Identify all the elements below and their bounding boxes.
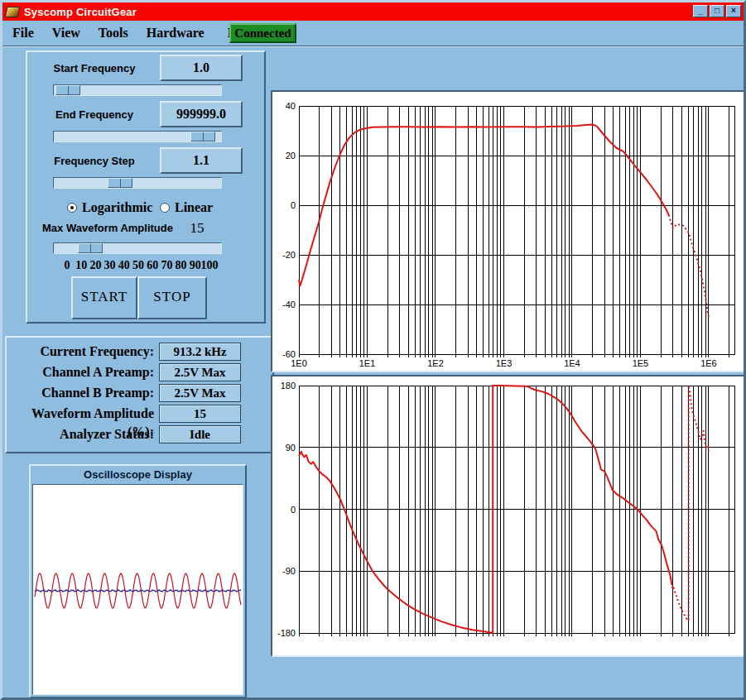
end-frequency-slider-handle[interactable] bbox=[190, 132, 215, 141]
status-label: Channel B Preamp: bbox=[7, 384, 154, 402]
menu-view[interactable]: View bbox=[44, 23, 89, 43]
oscilloscope-panel: Oscilloscope Display bbox=[29, 464, 247, 698]
window-title: Syscomp CircuitGear bbox=[24, 6, 137, 18]
max-waveform-amplitude-label: Max Waveform Amplitude bbox=[42, 222, 173, 234]
svg-text:0: 0 bbox=[291, 505, 296, 515]
menu-file[interactable]: File bbox=[4, 23, 42, 43]
status-panel: Current Frequency:913.2 kHzChannel A Pre… bbox=[5, 336, 274, 453]
oscilloscope-title: Oscilloscope Display bbox=[31, 468, 245, 481]
start-frequency-value: 1.0 bbox=[160, 55, 243, 81]
svg-text:90: 90 bbox=[286, 443, 296, 453]
linear-radio-label[interactable]: Linear bbox=[175, 200, 213, 215]
svg-text:0: 0 bbox=[291, 200, 296, 210]
menubar: File View Tools Hardware Help Connected bbox=[2, 21, 744, 46]
logarithmic-radio[interactable] bbox=[67, 203, 77, 213]
app-window: Syscomp CircuitGear _ □ × File View Tool… bbox=[0, 0, 746, 700]
frequency-step-label: Frequency Step bbox=[31, 155, 157, 167]
svg-text:1E2: 1E2 bbox=[427, 358, 444, 368]
end-frequency-label: End Frequency bbox=[31, 108, 157, 121]
status-label: Analyzer Status: bbox=[7, 425, 154, 443]
start-button[interactable]: START bbox=[71, 276, 137, 319]
status-label: Channel A Preamp: bbox=[7, 363, 154, 381]
minimize-button[interactable]: _ bbox=[693, 5, 708, 17]
sweep-controls-panel: Start Frequency 1.0 End Frequency 999999… bbox=[26, 50, 266, 324]
linear-radio[interactable] bbox=[160, 203, 170, 213]
start-frequency-label: Start Frequency bbox=[31, 62, 157, 74]
amplitude-tick-label: 100 bbox=[197, 259, 222, 272]
svg-text:1E0: 1E0 bbox=[291, 358, 307, 368]
svg-text:20: 20 bbox=[286, 151, 296, 161]
svg-text:-90: -90 bbox=[282, 566, 296, 576]
status-value: 15 bbox=[159, 405, 241, 423]
svg-text:40: 40 bbox=[286, 101, 296, 111]
frequency-step-value: 1.1 bbox=[160, 147, 243, 174]
close-button[interactable]: × bbox=[726, 5, 741, 17]
status-value: Idle bbox=[159, 425, 241, 443]
status-value: 2.5V Max bbox=[159, 363, 241, 381]
menu-hardware[interactable]: Hardware bbox=[138, 23, 213, 43]
svg-text:-180: -180 bbox=[277, 628, 296, 638]
svg-text:-40: -40 bbox=[282, 300, 296, 309]
svg-text:1E4: 1E4 bbox=[564, 358, 580, 368]
svg-text:1E3: 1E3 bbox=[496, 358, 513, 368]
max-waveform-amplitude-value: 15 bbox=[183, 220, 211, 237]
start-frequency-slider[interactable] bbox=[53, 84, 222, 96]
stop-button[interactable]: STOP bbox=[137, 276, 207, 319]
svg-text:1E1: 1E1 bbox=[359, 358, 376, 368]
magnitude-chart-frame: 40200-20-40-601E01E11E21E31E41E51E6 bbox=[271, 90, 745, 372]
window-controls: _ □ × bbox=[691, 5, 741, 17]
app-icon bbox=[5, 7, 21, 17]
svg-text:180: 180 bbox=[281, 381, 296, 391]
svg-text:-20: -20 bbox=[282, 250, 296, 260]
status-value: 2.5V Max bbox=[159, 384, 241, 402]
svg-text:1E5: 1E5 bbox=[633, 358, 649, 368]
phase-bode-plot: 180900-90-180 bbox=[276, 380, 744, 655]
amplitude-scale-ticks: 0102030405060708090100 bbox=[53, 259, 222, 274]
maximize-button[interactable]: □ bbox=[710, 5, 724, 17]
amplitude-slider[interactable] bbox=[53, 242, 222, 254]
amplitude-slider-handle[interactable] bbox=[78, 243, 103, 253]
magnitude-bode-plot: 40200-20-40-601E01E11E21E31E41E51E6 bbox=[276, 95, 744, 371]
status-label: Current Frequency: bbox=[7, 343, 154, 361]
phase-chart-frame: 180900-90-180 bbox=[271, 375, 745, 657]
end-frequency-slider[interactable] bbox=[53, 131, 222, 142]
frequency-step-slider[interactable] bbox=[53, 177, 222, 189]
logarithmic-radio-label[interactable]: Logarithmic bbox=[82, 200, 152, 215]
end-frequency-value: 999999.0 bbox=[160, 101, 243, 127]
status-value: 913.2 kHz bbox=[159, 343, 241, 361]
start-frequency-slider-handle[interactable] bbox=[55, 85, 80, 95]
oscilloscope-trace bbox=[33, 485, 243, 694]
frequency-step-slider-handle[interactable] bbox=[108, 178, 132, 188]
titlebar: Syscomp CircuitGear _ □ × bbox=[2, 2, 744, 21]
svg-text:1E6: 1E6 bbox=[700, 358, 717, 368]
oscilloscope-canvas bbox=[32, 484, 243, 695]
connected-status-badge: Connected bbox=[229, 23, 296, 43]
menu-tools[interactable]: Tools bbox=[90, 23, 137, 43]
